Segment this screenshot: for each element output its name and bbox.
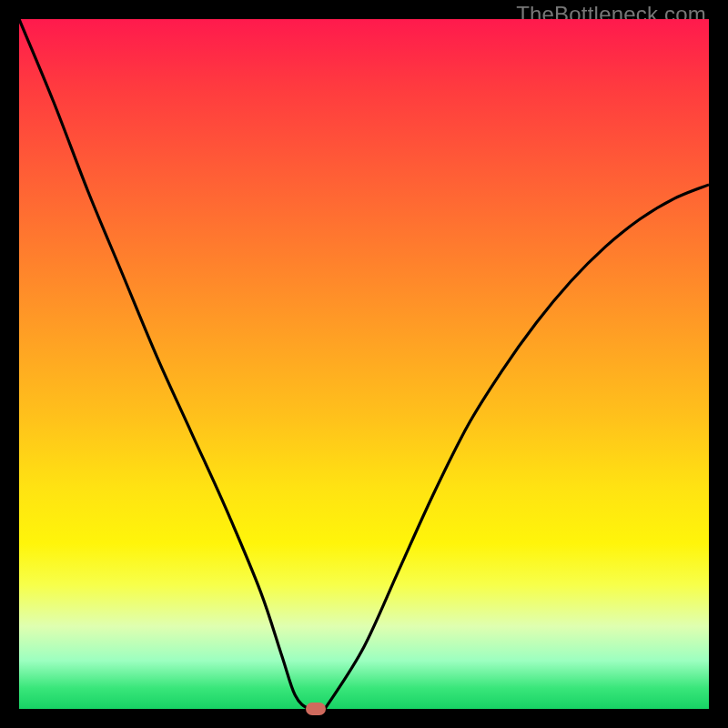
plot-area <box>19 19 709 709</box>
bottleneck-curve-path <box>19 19 709 709</box>
chart-frame: TheBottleneck.com <box>0 0 728 728</box>
optimal-point-marker <box>306 703 326 715</box>
curve-svg <box>19 19 709 709</box>
